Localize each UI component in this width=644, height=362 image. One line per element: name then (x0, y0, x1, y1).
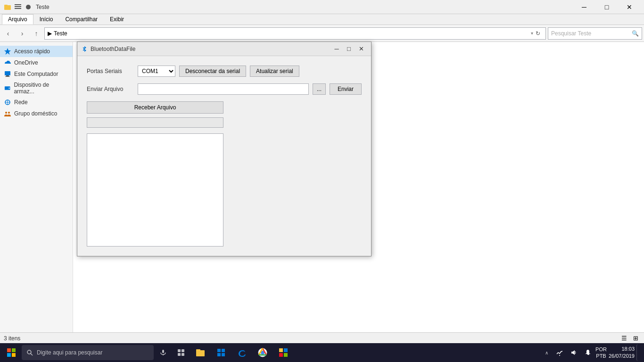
forward-button[interactable]: › (16, 27, 28, 40)
svg-rect-1 (4, 5, 8, 6)
network-status-button[interactable] (554, 347, 565, 358)
svg-rect-2 (15, 4, 21, 5)
svg-marker-17 (83, 46, 86, 52)
svg-point-16 (8, 112, 10, 114)
notification-icon (585, 349, 591, 356)
refresh-button[interactable]: ↻ (533, 29, 543, 38)
start-button[interactable] (2, 343, 21, 362)
taskbar: Digite aqui para pesquisar (0, 343, 644, 362)
address-bar[interactable]: ▶ Teste ▾ ↻ (44, 27, 546, 40)
back-button[interactable]: ‹ (2, 27, 14, 40)
star-icon (4, 48, 11, 55)
atualizar-button[interactable]: Atualizar serial (250, 66, 299, 77)
sidebar-item-grupo-domestico[interactable]: Grupo doméstico (0, 108, 73, 119)
dialog-minimize-button[interactable]: ─ (330, 44, 343, 54)
volume-button[interactable] (568, 347, 579, 358)
enviar-arquivo-label: Enviar Arquivo (87, 86, 134, 92)
close-button[interactable]: ✕ (619, 0, 640, 14)
cortana-microphone-button[interactable] (155, 344, 172, 361)
address-folder-name: Teste (54, 30, 67, 37)
list-view-button[interactable]: ☰ (619, 334, 629, 343)
search-icon: 🔍 (632, 30, 639, 37)
lang-name: POR (595, 346, 607, 353)
sidebar-item-acesso-rapido[interactable]: Acesso rápido (0, 46, 73, 57)
enviar-button[interactable]: Enviar (330, 83, 362, 95)
network-icon (556, 349, 563, 356)
tab-inicio[interactable]: Início (33, 14, 59, 25)
sidebar-label-acesso-rapido: Acesso rápido (14, 48, 50, 55)
show-desktop-button[interactable] (636, 344, 640, 361)
sidebar-label-rede: Rede (14, 99, 28, 106)
up-button[interactable]: ↑ (30, 27, 42, 40)
tab-exibir[interactable]: Exibir (104, 14, 130, 25)
browse-button[interactable]: ... (313, 83, 326, 95)
folder-icon (4, 3, 11, 11)
tab-compartilhar[interactable]: Compartilhar (59, 14, 104, 25)
file-path-input[interactable] (138, 83, 309, 95)
status-count: 3 itens (4, 335, 20, 342)
search-bar[interactable]: Pesquisar Teste 🔍 (548, 27, 642, 40)
svg-rect-9 (5, 76, 10, 77)
svg-rect-8 (6, 75, 9, 76)
svg-rect-25 (182, 353, 184, 356)
svg-rect-28 (217, 349, 221, 352)
pin-icon (25, 3, 32, 11)
maximize-button[interactable]: □ (596, 0, 618, 14)
sidebar: Acesso rápido OneDrive Este Computador D… (0, 42, 73, 332)
store-taskbar-button[interactable] (211, 344, 231, 361)
svg-rect-27 (196, 349, 200, 351)
svg-point-15 (5, 112, 7, 114)
speaker-icon (570, 349, 577, 356)
edge-taskbar-button[interactable] (232, 344, 252, 361)
log-textarea[interactable] (87, 133, 223, 247)
quickaccess-icon (14, 3, 22, 11)
svg-point-18 (27, 350, 31, 354)
dialog-maximize-button[interactable]: □ (343, 44, 355, 54)
computer-icon (4, 70, 11, 78)
show-hidden-icons-button[interactable]: ∧ (542, 348, 551, 357)
windows-logo-icon (7, 348, 16, 357)
notification-button[interactable] (582, 347, 594, 358)
portas-seriais-row: Portas Seriais COM1 COM2 COM3 COM4 Desco… (87, 66, 362, 77)
clock[interactable]: 18:03 26/07/2019 (609, 346, 635, 360)
app-taskbar-button[interactable] (273, 344, 293, 361)
ribbon: Arquivo Início Compartilhar Exibir (0, 14, 644, 25)
task-view-button[interactable] (173, 344, 190, 361)
dialog-close-button[interactable]: ✕ (355, 44, 367, 54)
bluetooth-dialog: BluetoothDataFile ─ □ ✕ Portas Seriais C… (77, 41, 372, 256)
sidebar-item-este-computador[interactable]: Este Computador (0, 68, 73, 80)
notification-area: ∧ (542, 347, 594, 358)
desconectar-button[interactable]: Desconectar da serial (179, 66, 246, 77)
sidebar-label-computador: Este Computador (14, 71, 58, 77)
taskbar-search-placeholder: Digite aqui para pesquisar (37, 349, 102, 356)
sidebar-item-onedrive[interactable]: OneDrive (0, 57, 73, 68)
dialog-body: Portas Seriais COM1 COM2 COM3 COM4 Desco… (77, 56, 371, 256)
progress-bar (87, 117, 223, 128)
sidebar-label-dispositivo: Dispositivo de armaz... (14, 82, 69, 95)
sidebar-item-rede[interactable]: Rede (0, 97, 73, 108)
tab-arquivo[interactable]: Arquivo (2, 14, 33, 25)
titlebar-controls: ─ □ ✕ (573, 0, 640, 14)
chrome-taskbar-button[interactable] (253, 344, 272, 361)
explorer-taskbar-button[interactable] (190, 344, 210, 361)
minimize-button[interactable]: ─ (573, 0, 595, 14)
sidebar-item-dispositivo[interactable]: Dispositivo de armaz... (0, 80, 73, 97)
grid-view-button[interactable]: ⊞ (631, 334, 640, 343)
svg-rect-35 (279, 348, 283, 352)
store-icon (216, 347, 226, 358)
svg-point-34 (261, 351, 264, 354)
svg-rect-30 (217, 353, 221, 356)
tiles-icon (278, 347, 289, 358)
homegroup-icon (4, 110, 11, 117)
com-port-select[interactable]: COM1 COM2 COM3 COM4 (138, 66, 175, 77)
receber-arquivo-button[interactable]: Receber Arquivo (87, 101, 223, 114)
bluetooth-icon (81, 46, 88, 52)
chrome-icon (257, 347, 268, 358)
svg-rect-37 (279, 353, 283, 357)
taskbar-search-icon (26, 349, 33, 356)
svg-rect-29 (222, 349, 225, 352)
taskbar-right: ∧ (542, 344, 642, 361)
svg-line-19 (31, 354, 33, 355)
taskbar-search[interactable]: Digite aqui para pesquisar (22, 345, 154, 360)
language-indicator: POR PTB (595, 346, 607, 360)
